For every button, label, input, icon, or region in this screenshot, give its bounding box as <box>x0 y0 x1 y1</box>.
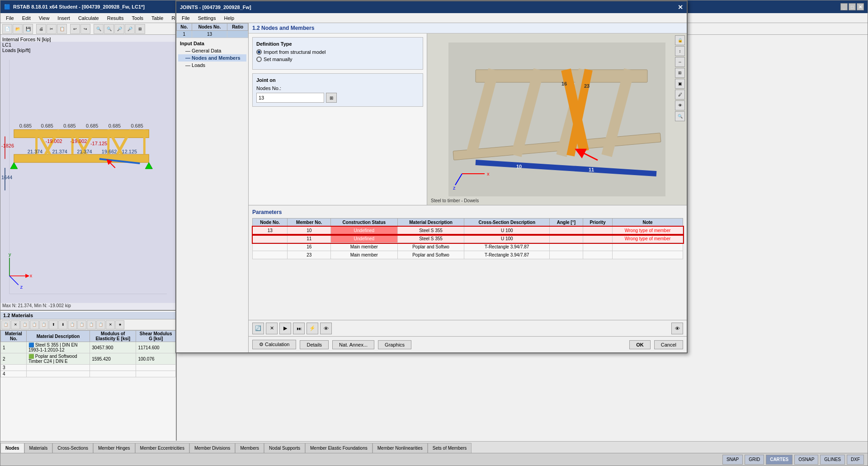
status-grid[interactable]: GRID <box>745 455 764 465</box>
toolbar-save[interactable]: 💾 <box>23 24 33 34</box>
param-row-1[interactable]: 13 10 Undefined Steel S 355 U 100 Wrong … <box>253 227 683 235</box>
radio-manual[interactable]: Set manually <box>256 57 419 62</box>
tab-member-elastic[interactable]: Member Elastic Foundations <box>305 443 373 453</box>
joint-on-section: Joint on Nodes No.: ⊞ <box>252 73 423 107</box>
menu-edit[interactable]: Edit <box>19 13 34 23</box>
param-row-3[interactable]: 16 Main member Poplar and Softwo T-Recta… <box>253 243 683 251</box>
table-row[interactable]: 1 🟦 Steel S 355 | DIN EN 1993-1-1:2010-1… <box>1 342 176 353</box>
table-row[interactable]: 2 🟩 Poplar and Softwood Timber C24 | DIN… <box>1 353 176 365</box>
menu-results[interactable]: Results <box>104 13 127 23</box>
menu-view[interactable]: View <box>35 13 53 23</box>
table-row[interactable]: 4 <box>1 371 176 377</box>
tab-member-eccentricities[interactable]: Member Eccentricities <box>135 443 189 453</box>
status-dxf[interactable]: DXF <box>847 455 864 465</box>
details-button[interactable]: Details <box>300 340 329 349</box>
tab-members[interactable]: Members <box>235 443 264 453</box>
tree-general-data[interactable]: — General Data <box>178 47 246 54</box>
tool-btn-2[interactable]: ✕ <box>266 323 278 334</box>
graphics-label: Graphics <box>385 342 405 347</box>
view-3d-btn7[interactable]: 👁 <box>675 100 685 110</box>
calculation-button[interactable]: ⚙ Calculation <box>252 340 296 349</box>
mat-btn9[interactable]: 📋 <box>77 320 86 329</box>
status-cartes[interactable]: CARTES <box>766 455 793 465</box>
nodes-no-input[interactable] <box>256 93 324 103</box>
tool-btn-3[interactable]: ▶ <box>279 323 291 334</box>
toolbar-btn8[interactable]: ⊞ <box>135 24 145 34</box>
mat-btn3[interactable]: 📋 <box>20 320 29 329</box>
toolbar-new[interactable]: 📄 <box>2 24 12 34</box>
view-3d-btn1[interactable]: 🔒 <box>675 35 685 45</box>
joint-col-ratio: Ratio <box>227 24 248 31</box>
status-glines[interactable]: GLINES <box>820 455 845 465</box>
tab-nodal-supports[interactable]: Nodal Supports <box>264 443 305 453</box>
mat-btn13[interactable]: ★ <box>115 320 124 329</box>
mat-btn7[interactable]: ⬇ <box>58 320 67 329</box>
dialog-close-button[interactable]: ✕ <box>678 4 683 11</box>
menu-insert[interactable]: Insert <box>54 13 74 23</box>
toolbar-btn4[interactable]: ↩ <box>70 24 80 34</box>
view-3d-btn6[interactable]: 🖊 <box>675 90 685 100</box>
tab-cross-sections[interactable]: Cross-Sections <box>52 443 93 453</box>
view-3d-btn8[interactable]: 🔍 <box>675 111 685 121</box>
menu-table[interactable]: Table <box>148 13 167 23</box>
nodes-select-button[interactable]: ⊞ <box>326 93 337 103</box>
toolbar-btn2[interactable]: ✂ <box>47 24 57 34</box>
toolbar-btn1[interactable]: 🖨 <box>36 24 46 34</box>
mat-btn4[interactable]: 📋 <box>30 320 39 329</box>
tree-loads[interactable]: — Loads <box>178 62 246 69</box>
tool-btn-1[interactable]: 🔄 <box>252 323 264 334</box>
tool-btn-5[interactable]: ⚡ <box>307 323 318 334</box>
menu-file[interactable]: File <box>2 13 18 23</box>
joint-row-1[interactable]: 1 13 <box>177 31 248 38</box>
view-3d-btn3[interactable]: ↔ <box>675 57 685 67</box>
param-row-4[interactable]: 23 Main member Poplar and Softwo T-Recta… <box>253 251 683 259</box>
mat-btn12[interactable]: ✕ <box>106 320 115 329</box>
minimize-button[interactable]: _ <box>840 3 848 10</box>
tab-sets-members[interactable]: Sets of Members <box>428 443 472 453</box>
dialog-menu-settings[interactable]: Settings <box>194 13 220 23</box>
toolbar-btn6[interactable]: 🔎 <box>114 24 124 34</box>
status-snap[interactable]: SNAP <box>722 455 743 465</box>
view-3d-btn2[interactable]: ↕ <box>675 46 685 56</box>
cancel-button[interactable]: Cancel <box>654 340 683 349</box>
toolbar-btn7[interactable]: 🔎 <box>125 24 135 34</box>
toolbar-btn3[interactable]: 📋 <box>57 24 67 34</box>
svg-text:x: x <box>487 171 490 176</box>
ok-button[interactable]: OK <box>629 340 651 349</box>
toolbar-zoom-in[interactable]: 🔍 <box>94 24 104 34</box>
dialog-menu-file[interactable]: File <box>178 13 193 23</box>
toolbar-zoom-out[interactable]: 🔍 <box>104 24 114 34</box>
mat-btn1[interactable]: 📋 <box>1 320 10 329</box>
tool-btn-4[interactable]: ⏭ <box>293 323 305 334</box>
menu-tools[interactable]: Tools <box>128 13 147 23</box>
tab-member-hinges[interactable]: Member Hinges <box>93 443 135 453</box>
graphics-button[interactable]: Graphics <box>378 340 411 349</box>
mat-btn2[interactable]: ✕ <box>11 320 20 329</box>
menu-calculate[interactable]: Calculate <box>75 13 103 23</box>
mat-btn8[interactable]: 📋 <box>68 320 77 329</box>
nat-annex-button[interactable]: Nat. Annex... <box>332 340 374 349</box>
tab-member-nonlinear[interactable]: Member Nonlinearities <box>373 443 428 453</box>
view-3d-btn5[interactable]: ▣ <box>675 79 685 89</box>
tool-btn-6[interactable]: 👁 <box>320 323 332 334</box>
tool-btn-eye[interactable]: 👁 <box>671 323 683 334</box>
rstab-main-window: 🟦 RSTAB 8.18.01 x64 Student - [004739_20… <box>0 0 868 466</box>
maximize-button[interactable]: □ <box>849 3 856 10</box>
view-3d-btn4[interactable]: ⊞ <box>675 68 685 78</box>
close-main-button[interactable]: ✕ <box>857 3 864 10</box>
tab-materials[interactable]: Materials <box>24 443 53 453</box>
status-osnap[interactable]: OSNAP <box>794 455 818 465</box>
toolbar-open[interactable]: 📂 <box>13 24 23 34</box>
tree-nodes-members[interactable]: — Nodes and Members <box>178 54 246 62</box>
param-row-2[interactable]: 11 Undefined Steel S 355 U 100 Wrong typ… <box>253 235 683 243</box>
dialog-menu-help[interactable]: Help <box>220 13 238 23</box>
radio-import[interactable]: Import from structural model <box>256 49 419 55</box>
tab-member-divisions[interactable]: Member Divisions <box>189 443 235 453</box>
toolbar-btn5[interactable]: ↪ <box>80 24 90 34</box>
mat-btn11[interactable]: 📋 <box>96 320 105 329</box>
table-row[interactable]: 3 <box>1 365 176 371</box>
mat-btn5[interactable]: 📋 <box>39 320 48 329</box>
mat-btn6[interactable]: ⬆ <box>49 320 58 329</box>
tab-nodes[interactable]: Nodes <box>0 443 24 453</box>
mat-btn10[interactable]: 📋 <box>87 320 96 329</box>
